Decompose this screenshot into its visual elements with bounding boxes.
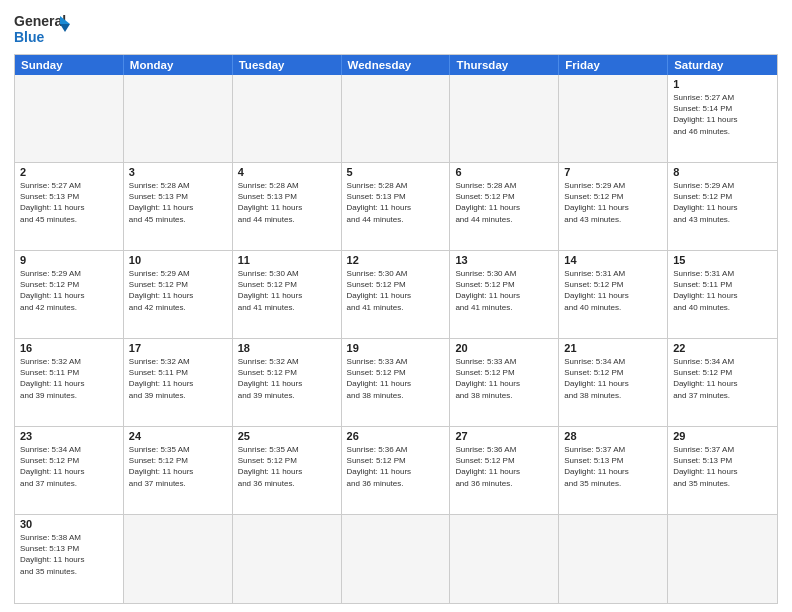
day-number: 5 (347, 166, 445, 178)
weekday-header: Sunday (15, 55, 124, 75)
day-number: 20 (455, 342, 553, 354)
calendar: SundayMondayTuesdayWednesdayThursdayFrid… (14, 54, 778, 604)
day-number: 9 (20, 254, 118, 266)
day-info: Sunrise: 5:32 AM Sunset: 5:11 PM Dayligh… (129, 356, 227, 401)
day-info: Sunrise: 5:29 AM Sunset: 5:12 PM Dayligh… (564, 180, 662, 225)
calendar-cell: 2Sunrise: 5:27 AM Sunset: 5:13 PM Daylig… (15, 163, 124, 251)
calendar-cell: 19Sunrise: 5:33 AM Sunset: 5:12 PM Dayli… (342, 339, 451, 427)
day-info: Sunrise: 5:34 AM Sunset: 5:12 PM Dayligh… (20, 444, 118, 489)
calendar-cell: 27Sunrise: 5:36 AM Sunset: 5:12 PM Dayli… (450, 427, 559, 515)
calendar-cell (233, 75, 342, 163)
day-info: Sunrise: 5:29 AM Sunset: 5:12 PM Dayligh… (129, 268, 227, 313)
logo: GeneralBlue (14, 10, 74, 48)
day-number: 19 (347, 342, 445, 354)
day-info: Sunrise: 5:30 AM Sunset: 5:12 PM Dayligh… (455, 268, 553, 313)
day-number: 30 (20, 518, 118, 530)
day-info: Sunrise: 5:32 AM Sunset: 5:12 PM Dayligh… (238, 356, 336, 401)
day-info: Sunrise: 5:30 AM Sunset: 5:12 PM Dayligh… (347, 268, 445, 313)
day-info: Sunrise: 5:37 AM Sunset: 5:13 PM Dayligh… (673, 444, 772, 489)
calendar-cell: 10Sunrise: 5:29 AM Sunset: 5:12 PM Dayli… (124, 251, 233, 339)
svg-text:General: General (14, 13, 66, 29)
calendar-cell (15, 75, 124, 163)
day-info: Sunrise: 5:34 AM Sunset: 5:12 PM Dayligh… (673, 356, 772, 401)
calendar-cell: 5Sunrise: 5:28 AM Sunset: 5:13 PM Daylig… (342, 163, 451, 251)
calendar-cell (668, 515, 777, 603)
calendar-cell: 8Sunrise: 5:29 AM Sunset: 5:12 PM Daylig… (668, 163, 777, 251)
day-info: Sunrise: 5:32 AM Sunset: 5:11 PM Dayligh… (20, 356, 118, 401)
day-number: 13 (455, 254, 553, 266)
day-info: Sunrise: 5:29 AM Sunset: 5:12 PM Dayligh… (20, 268, 118, 313)
calendar-cell: 15Sunrise: 5:31 AM Sunset: 5:11 PM Dayli… (668, 251, 777, 339)
calendar-cell (342, 515, 451, 603)
calendar-cell: 20Sunrise: 5:33 AM Sunset: 5:12 PM Dayli… (450, 339, 559, 427)
calendar-cell: 12Sunrise: 5:30 AM Sunset: 5:12 PM Dayli… (342, 251, 451, 339)
generalblue-logo-icon: GeneralBlue (14, 10, 74, 48)
calendar-cell: 3Sunrise: 5:28 AM Sunset: 5:13 PM Daylig… (124, 163, 233, 251)
day-number: 22 (673, 342, 772, 354)
calendar-cell: 26Sunrise: 5:36 AM Sunset: 5:12 PM Dayli… (342, 427, 451, 515)
day-number: 12 (347, 254, 445, 266)
weekday-header: Thursday (450, 55, 559, 75)
calendar-cell: 24Sunrise: 5:35 AM Sunset: 5:12 PM Dayli… (124, 427, 233, 515)
day-number: 24 (129, 430, 227, 442)
day-info: Sunrise: 5:33 AM Sunset: 5:12 PM Dayligh… (455, 356, 553, 401)
day-info: Sunrise: 5:31 AM Sunset: 5:12 PM Dayligh… (564, 268, 662, 313)
calendar-cell (559, 515, 668, 603)
day-number: 6 (455, 166, 553, 178)
day-info: Sunrise: 5:37 AM Sunset: 5:13 PM Dayligh… (564, 444, 662, 489)
weekday-header: Tuesday (233, 55, 342, 75)
day-number: 26 (347, 430, 445, 442)
svg-text:Blue: Blue (14, 29, 45, 45)
day-number: 11 (238, 254, 336, 266)
calendar-cell (342, 75, 451, 163)
weekday-header: Friday (559, 55, 668, 75)
day-info: Sunrise: 5:38 AM Sunset: 5:13 PM Dayligh… (20, 532, 118, 577)
calendar-cell: 29Sunrise: 5:37 AM Sunset: 5:13 PM Dayli… (668, 427, 777, 515)
calendar-header: SundayMondayTuesdayWednesdayThursdayFrid… (15, 55, 777, 75)
day-info: Sunrise: 5:36 AM Sunset: 5:12 PM Dayligh… (347, 444, 445, 489)
calendar-cell: 30Sunrise: 5:38 AM Sunset: 5:13 PM Dayli… (15, 515, 124, 603)
day-info: Sunrise: 5:27 AM Sunset: 5:14 PM Dayligh… (673, 92, 772, 137)
day-number: 3 (129, 166, 227, 178)
day-info: Sunrise: 5:36 AM Sunset: 5:12 PM Dayligh… (455, 444, 553, 489)
calendar-cell: 14Sunrise: 5:31 AM Sunset: 5:12 PM Dayli… (559, 251, 668, 339)
calendar-cell: 22Sunrise: 5:34 AM Sunset: 5:12 PM Dayli… (668, 339, 777, 427)
day-number: 25 (238, 430, 336, 442)
day-info: Sunrise: 5:34 AM Sunset: 5:12 PM Dayligh… (564, 356, 662, 401)
day-info: Sunrise: 5:28 AM Sunset: 5:13 PM Dayligh… (347, 180, 445, 225)
weekday-header: Monday (124, 55, 233, 75)
calendar-cell (233, 515, 342, 603)
calendar-cell: 6Sunrise: 5:28 AM Sunset: 5:12 PM Daylig… (450, 163, 559, 251)
day-number: 16 (20, 342, 118, 354)
calendar-cell (450, 515, 559, 603)
calendar-cell: 23Sunrise: 5:34 AM Sunset: 5:12 PM Dayli… (15, 427, 124, 515)
day-info: Sunrise: 5:35 AM Sunset: 5:12 PM Dayligh… (129, 444, 227, 489)
calendar-cell: 11Sunrise: 5:30 AM Sunset: 5:12 PM Dayli… (233, 251, 342, 339)
calendar-cell: 17Sunrise: 5:32 AM Sunset: 5:11 PM Dayli… (124, 339, 233, 427)
day-number: 15 (673, 254, 772, 266)
day-number: 10 (129, 254, 227, 266)
calendar-cell: 21Sunrise: 5:34 AM Sunset: 5:12 PM Dayli… (559, 339, 668, 427)
calendar-cell: 7Sunrise: 5:29 AM Sunset: 5:12 PM Daylig… (559, 163, 668, 251)
day-number: 28 (564, 430, 662, 442)
day-number: 17 (129, 342, 227, 354)
day-info: Sunrise: 5:33 AM Sunset: 5:12 PM Dayligh… (347, 356, 445, 401)
calendar-cell (124, 515, 233, 603)
calendar-cell: 16Sunrise: 5:32 AM Sunset: 5:11 PM Dayli… (15, 339, 124, 427)
calendar-cell: 28Sunrise: 5:37 AM Sunset: 5:13 PM Dayli… (559, 427, 668, 515)
day-info: Sunrise: 5:31 AM Sunset: 5:11 PM Dayligh… (673, 268, 772, 313)
day-number: 18 (238, 342, 336, 354)
calendar-body: 1Sunrise: 5:27 AM Sunset: 5:14 PM Daylig… (15, 75, 777, 603)
calendar-cell: 9Sunrise: 5:29 AM Sunset: 5:12 PM Daylig… (15, 251, 124, 339)
calendar-cell: 1Sunrise: 5:27 AM Sunset: 5:14 PM Daylig… (668, 75, 777, 163)
weekday-header: Wednesday (342, 55, 451, 75)
header: GeneralBlue (14, 10, 778, 48)
calendar-cell (450, 75, 559, 163)
day-number: 27 (455, 430, 553, 442)
calendar-cell: 4Sunrise: 5:28 AM Sunset: 5:13 PM Daylig… (233, 163, 342, 251)
day-info: Sunrise: 5:28 AM Sunset: 5:13 PM Dayligh… (129, 180, 227, 225)
day-number: 23 (20, 430, 118, 442)
page: GeneralBlue SundayMondayTuesdayWednesday… (0, 0, 792, 612)
calendar-cell (124, 75, 233, 163)
day-number: 21 (564, 342, 662, 354)
